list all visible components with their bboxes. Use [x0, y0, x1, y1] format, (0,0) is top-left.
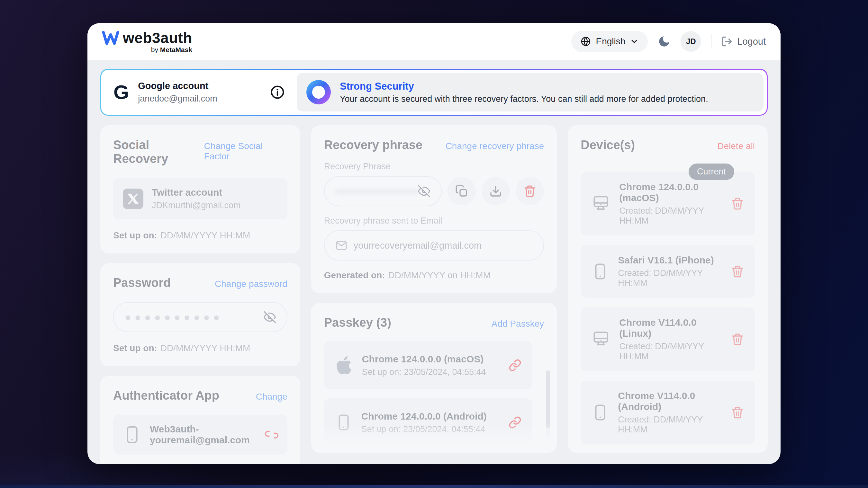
account-security-banner: G Google account janedoe@gmail.com Stron…	[100, 69, 768, 116]
authenticator-tile: Web3auth-youremail@gmal.com	[113, 415, 287, 455]
web3auth-logo: web3auth by MetaMask	[102, 29, 192, 54]
passkey-card: Passkey (3) Add Passkey Chrome 124.0.0.0…	[311, 303, 557, 453]
authenticator-title: Authenticator App	[113, 389, 219, 402]
device-name: Safari V16.1 (iPhone)	[618, 255, 722, 266]
link-icon[interactable]	[508, 416, 522, 429]
delete-all-link[interactable]: Delete all	[717, 141, 755, 151]
social-recovery-card: Social Recovery Change Social Factor Twi…	[100, 125, 300, 254]
passkey-meta: Set up on: 23/05/2024, 04:55:44	[362, 367, 500, 377]
device-row: Current Chrome 124.0.0.0 (macOS) Created…	[581, 172, 755, 235]
avatar[interactable]: JD	[681, 31, 701, 52]
copy-phrase-button[interactable]	[447, 177, 476, 205]
devices-card: Device(s) Delete all Current Chrome 124.…	[568, 125, 768, 453]
recovery-phrase-label: Recovery Phrase	[324, 162, 544, 171]
passkey-name: Chrome 124.0.0.0 (Android)	[361, 411, 500, 422]
apple-icon	[335, 356, 353, 374]
bottom-glow-strip	[0, 485, 868, 488]
social-recovery-title: Social Recovery	[113, 138, 204, 166]
trash-icon	[523, 185, 536, 198]
trash-icon[interactable]	[731, 197, 744, 210]
desktop-icon	[591, 194, 610, 213]
passkey-row: Chrome 124.0.0.0 (Android) Set up on: 23…	[324, 398, 533, 447]
download-phrase-button[interactable]	[482, 177, 510, 205]
device-row: Safari V16.1 (iPhone) Created: DD/MM/YYY…	[581, 245, 755, 298]
avatar-initials: JD	[686, 37, 696, 46]
device-name: Chrome 124.0.0.0 (macOS)	[619, 182, 722, 203]
recovery-email-label: Recovery phrase sent to Email	[324, 216, 544, 226]
password-setup-on: Set up on:DD/MM/YYYY HH:MM	[113, 343, 287, 353]
generated-on: Generated on:DD/MM/YYYY on HH:MM	[324, 270, 544, 281]
recovery-email-field[interactable]: yourrecoveryemail@gmail.com	[324, 230, 544, 261]
account-title: Google account	[138, 80, 217, 91]
add-passkey-link[interactable]: Add Passkey	[492, 319, 544, 329]
logo-text: web3auth	[123, 29, 192, 46]
recovery-phrase-field[interactable]: xxxxxxxxxxxxxxxxxxx	[324, 176, 442, 206]
logout-icon	[721, 36, 733, 47]
info-icon[interactable]	[270, 85, 284, 99]
change-social-factor-link[interactable]: Change Social Factor	[204, 141, 287, 162]
main-window: web3auth by MetaMask English JD Logout	[88, 23, 780, 464]
logout-label: Logout	[737, 36, 766, 47]
passkey-meta: Set up on: 23/05/2024, 04:55:44	[361, 424, 500, 434]
authenticator-card: Authenticator App Change Web3auth-yourem…	[100, 376, 300, 464]
device-name: Chrome V114.0.0 (Android)	[618, 390, 722, 412]
device-meta: Created: DD/MM/YYY HH:MM	[618, 415, 722, 435]
eye-off-icon[interactable]	[418, 185, 430, 197]
recovery-phrase-obscured-value: xxxxxxxxxxxxxxxxxxx	[336, 186, 418, 196]
security-status-description: Your account is secured with three recov…	[340, 94, 708, 104]
mail-icon	[336, 240, 347, 251]
delete-phrase-button[interactable]	[516, 177, 544, 205]
logo-subtitle: by MetaMask	[151, 46, 192, 54]
devices-title: Device(s)	[581, 138, 635, 152]
device-meta: Created: DD/MM/YYY HH:MM	[618, 268, 722, 288]
desktop-icon	[591, 330, 610, 349]
current-device-badge: Current	[689, 164, 734, 180]
header: web3auth by MetaMask English JD Logout	[88, 23, 780, 60]
passkey-row: Chrome 124.0.0.0 (macOS) Set up on: 23/0…	[324, 341, 533, 389]
change-recovery-phrase-link[interactable]: Change recovery phrase	[445, 141, 544, 151]
copy-icon	[455, 185, 468, 198]
trash-icon[interactable]	[731, 333, 744, 346]
phone-icon	[591, 404, 609, 421]
recovery-email-value: yourrecoveryemail@gmail.com	[353, 240, 482, 251]
twitter-account-label: Twitter account	[152, 187, 241, 198]
google-account-summary: G Google account janedoe@gmail.com	[101, 70, 269, 115]
device-meta: Created: DD/MM/YYY HH:MM	[619, 341, 722, 361]
password-masked-value: ●●●●●●●●●●	[125, 311, 264, 324]
password-card: Password Change password ●●●●●●●●●● Set …	[100, 263, 300, 366]
language-selector[interactable]: English	[571, 31, 648, 52]
dark-mode-toggle-moon-icon[interactable]	[657, 35, 671, 48]
passkey-title: Passkey (3)	[324, 316, 391, 330]
header-divider	[711, 34, 711, 48]
logout-button[interactable]: Logout	[721, 36, 766, 47]
device-meta: Created: DD/MM/YYY HH:MM	[619, 206, 722, 226]
security-status: Strong Security Your account is secured …	[297, 73, 764, 111]
language-label: English	[596, 36, 625, 46]
phone-icon	[591, 263, 609, 280]
passkey-scrollbar[interactable]	[546, 370, 550, 440]
passkey-name: Chrome 124.0.0.0 (macOS)	[362, 354, 500, 365]
phone-icon	[123, 425, 142, 444]
authenticator-email: Web3auth-youremail@gmal.com	[150, 424, 257, 446]
device-row: Chrome V114.0.0 (Android) Created: DD/MM…	[581, 381, 755, 444]
web3auth-logo-icon	[102, 31, 119, 45]
unlink-icon[interactable]	[266, 429, 278, 441]
device-row: Chrome V114.0.0 (Linux) Created: DD/MM/Y…	[581, 307, 755, 371]
password-field[interactable]: ●●●●●●●●●●	[113, 302, 287, 332]
twitter-account-email: JDKmurthi@gmail.com	[152, 200, 241, 210]
chevron-down-icon	[630, 37, 639, 46]
authenticator-change-link[interactable]: Change	[256, 392, 287, 402]
recovery-phrase-card: Recovery phrase Change recovery phrase R…	[311, 125, 557, 293]
x-twitter-icon	[123, 189, 144, 209]
change-password-link[interactable]: Change password	[215, 279, 287, 289]
social-setup-on: Set up on:DD/MM/YYYY HH:MM	[113, 230, 287, 240]
trash-icon[interactable]	[731, 265, 744, 278]
recovery-phrase-title: Recovery phrase	[324, 138, 423, 152]
phone-icon	[335, 414, 352, 431]
download-icon	[489, 185, 502, 198]
eye-off-icon[interactable]	[264, 311, 276, 323]
trash-icon[interactable]	[731, 406, 744, 419]
globe-icon	[580, 36, 591, 47]
security-ring-icon	[306, 80, 331, 104]
link-icon[interactable]	[508, 359, 522, 372]
